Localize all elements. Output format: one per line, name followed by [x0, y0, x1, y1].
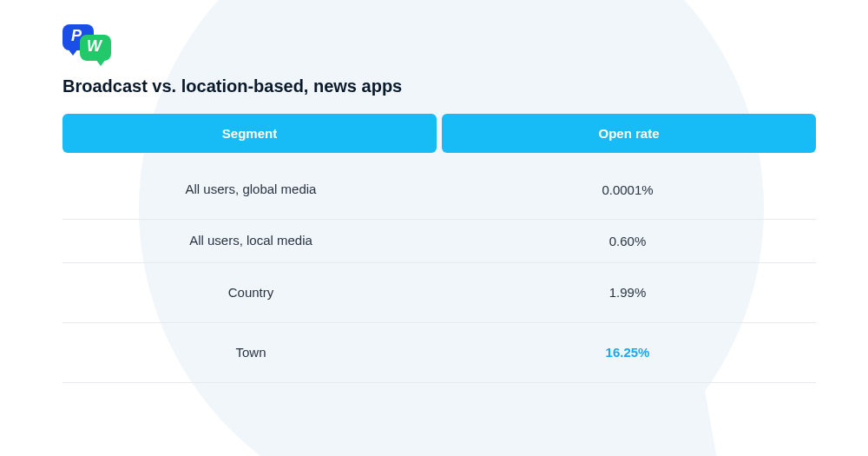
brand-logo: P W	[62, 24, 111, 63]
cell-text: 0.60%	[609, 234, 647, 248]
cell-text: All users, local media	[189, 232, 312, 249]
cell-segment: Country	[62, 263, 439, 322]
cell-text: Town	[235, 344, 266, 361]
page-title: Broadcast vs. location-based, news apps	[62, 76, 816, 96]
cell-text: 1.99%	[609, 285, 647, 300]
cell-open-rate: 0.60%	[439, 220, 816, 261]
table-row: Country 1.99%	[62, 263, 816, 323]
table-header-row: Segment Open rate	[62, 114, 816, 153]
cell-text: Country	[228, 284, 274, 301]
cell-open-rate: 0.0001%	[439, 160, 816, 219]
cell-open-rate: 16.25%	[439, 323, 816, 382]
table-row: Town 16.25%	[62, 323, 816, 383]
content-area: P W Broadcast vs. location-based, news a…	[0, 0, 868, 383]
cell-segment: All users, global media	[62, 160, 439, 219]
cell-open-rate: 1.99%	[439, 263, 816, 322]
logo-w-icon: W	[80, 35, 111, 61]
cell-segment: All users, local media	[62, 220, 439, 261]
data-table: Segment Open rate All users, global medi…	[62, 114, 816, 383]
cell-text: All users, global media	[186, 181, 317, 198]
table-row: All users, global media 0.0001%	[62, 160, 816, 220]
col-header-segment: Segment	[62, 114, 437, 153]
table-row: All users, local media 0.60%	[62, 220, 816, 262]
cell-text: 0.0001%	[602, 182, 653, 197]
cell-segment: Town	[62, 323, 439, 382]
col-header-open-rate: Open rate	[442, 114, 816, 153]
cell-text-highlight: 16.25%	[606, 345, 650, 360]
